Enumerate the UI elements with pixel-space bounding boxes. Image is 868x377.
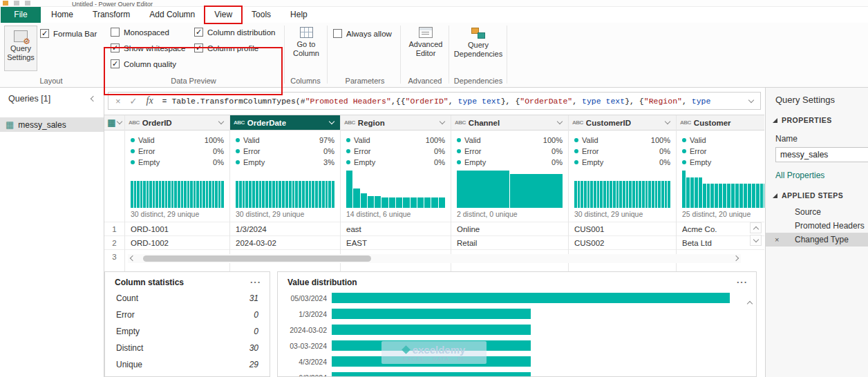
checkbox-box[interactable] <box>111 28 120 37</box>
expand-formula-bar-icon[interactable] <box>748 97 754 102</box>
go-to-column-button[interactable]: Go to Column <box>289 27 323 58</box>
checkbox-formula-bar[interactable]: ✓ Formula Bar <box>40 29 97 38</box>
column-header-region[interactable]: ABCRegion <box>341 115 451 130</box>
group-label-advanced: Advanced <box>402 77 448 85</box>
distribution-bar[interactable] <box>332 325 531 335</box>
advanced-editor-button[interactable]: Advanced Editor <box>406 27 445 58</box>
cell[interactable]: ORD-1001 <box>125 222 229 235</box>
cell[interactable]: 2024-03-02 <box>230 235 340 249</box>
column-header-orderid[interactable]: ABCOrderID <box>125 115 229 130</box>
checkbox-monospaced[interactable]: Monospaced <box>111 28 169 37</box>
cell[interactable]: EAST <box>341 235 451 249</box>
tab-view[interactable]: View <box>205 7 241 23</box>
column-filter-button[interactable] <box>216 122 226 124</box>
histogram-bar <box>752 184 755 208</box>
histogram-bar <box>353 188 359 208</box>
checkbox-box[interactable] <box>333 29 342 38</box>
row-number[interactable]: 2 <box>104 235 124 249</box>
histogram-bar <box>178 181 180 208</box>
delete-step-icon[interactable]: × <box>775 236 779 244</box>
quality-valid: Valid100% <box>131 135 224 146</box>
tab-tools[interactable]: Tools <box>243 7 280 23</box>
column-distinct-label: 30 distinct, 29 unique <box>230 208 340 222</box>
column-filter-button[interactable] <box>327 122 337 124</box>
query-settings-button[interactable]: Query Settings <box>4 26 37 71</box>
group-label-parameters: Parameters <box>329 77 401 85</box>
distribution-bar[interactable] <box>332 356 531 367</box>
tab-home[interactable]: Home <box>42 7 82 23</box>
grid-vertical-scrollbar <box>750 222 762 246</box>
distribution-bar[interactable] <box>332 372 531 377</box>
applied-steps-section-header[interactable]: APPLIED STEPS <box>766 180 868 200</box>
checkbox-box[interactable]: ✓ <box>194 28 203 37</box>
save-icon[interactable] <box>14 1 19 6</box>
cancel-formula-icon[interactable]: × <box>115 97 121 106</box>
tab-add-column[interactable]: Add Column <box>140 7 204 23</box>
checkbox-box[interactable]: ✓ <box>40 29 49 38</box>
checkbox-box[interactable]: ✓ <box>111 59 120 68</box>
cell[interactable]: Retail <box>451 235 568 249</box>
cell[interactable]: east <box>341 222 451 235</box>
tab-transform[interactable]: Transform <box>84 7 139 23</box>
scrollbar-thumb[interactable] <box>143 255 371 262</box>
applied-step-source[interactable]: Source <box>766 205 868 219</box>
quality-dot-icon <box>236 149 240 153</box>
grid-horizontal-scrollbar[interactable] <box>128 254 741 263</box>
column-name: OrderDate <box>247 119 286 127</box>
cell[interactable]: CUS002 <box>569 235 676 249</box>
column-filter-button[interactable] <box>555 122 565 124</box>
cell[interactable]: Online <box>451 222 568 235</box>
histogram-bar <box>155 181 158 208</box>
scroll-left-icon[interactable] <box>130 255 135 261</box>
checkbox-always-allow[interactable]: Always allow <box>333 29 392 38</box>
scroll-up-button[interactable] <box>750 222 762 233</box>
redo-icon[interactable] <box>25 1 30 6</box>
distribution-bar[interactable] <box>332 293 730 303</box>
distribution-bar[interactable] <box>332 309 531 319</box>
column-header-customer[interactable]: ABCCustomer <box>677 115 764 130</box>
query-item-messy_sales[interactable]: ▦messy_sales <box>0 117 104 132</box>
column-filter-button[interactable] <box>663 122 672 124</box>
column-header-orderdate[interactable]: ABCOrderDate <box>230 115 340 130</box>
scroll-down-button[interactable] <box>750 235 762 246</box>
panel-menu-icon[interactable]: ··· <box>250 280 261 285</box>
commit-formula-icon[interactable]: ✓ <box>130 97 138 106</box>
column-name: OrderID <box>142 119 172 127</box>
applied-step-changed-type[interactable]: ×Changed Type <box>766 233 868 246</box>
collapse-pane-icon[interactable] <box>91 96 96 102</box>
tab-file[interactable]: File <box>1 7 41 23</box>
cell[interactable]: 1/3/2024 <box>230 222 340 235</box>
checkbox-box[interactable]: ✓ <box>194 44 203 52</box>
column-distinct-label: 30 distinct, 29 unique <box>125 208 229 222</box>
scroll-right-icon[interactable] <box>733 255 739 261</box>
formula-input[interactable]: = Table.TransformColumnTypes(#"Promoted … <box>162 97 740 106</box>
checkbox-box[interactable]: ✓ <box>111 44 120 52</box>
quality-empty: Empty3% <box>236 157 334 168</box>
histogram-bar <box>181 181 184 208</box>
histogram-bar <box>616 181 619 208</box>
checkbox-column-profile[interactable]: ✓Column profile <box>194 44 258 52</box>
cell[interactable]: CUS001 <box>569 222 676 235</box>
query-name-input[interactable] <box>775 147 868 162</box>
column-distinct-label: 30 distinct, 29 unique <box>569 208 676 222</box>
checkbox-show-whitespace[interactable]: ✓Show whitespace <box>111 44 186 52</box>
properties-section-header[interactable]: PROPERTIES <box>766 105 868 124</box>
all-properties-link[interactable]: All Properties <box>766 162 868 180</box>
cell[interactable]: ORD-1002 <box>125 235 229 249</box>
query-dependencies-button[interactable]: Query Dependencies <box>453 27 503 59</box>
histogram-bar <box>309 181 312 208</box>
column-header-channel[interactable]: ABCChannel <box>451 115 568 130</box>
select-all-corner[interactable]: ▦ <box>104 115 124 130</box>
checkbox-column-quality[interactable]: ✓Column quality <box>111 59 176 68</box>
tab-help[interactable]: Help <box>281 7 317 23</box>
column-filter-button[interactable] <box>437 122 447 124</box>
column-header-customerid[interactable]: ABCCustomerID <box>569 115 676 130</box>
row-number[interactable]: 1 <box>104 222 124 235</box>
step-label: Changed Type <box>795 235 849 244</box>
distribution-bar[interactable] <box>332 340 531 351</box>
checkbox-column-distribution[interactable]: ✓Column distribution <box>194 28 275 37</box>
applied-step-promoted-headers[interactable]: Promoted Headers <box>766 219 868 233</box>
name-label: Name <box>766 124 868 144</box>
row-number[interactable]: 3 <box>104 249 124 263</box>
panel-menu-icon[interactable]: ··· <box>737 280 748 285</box>
